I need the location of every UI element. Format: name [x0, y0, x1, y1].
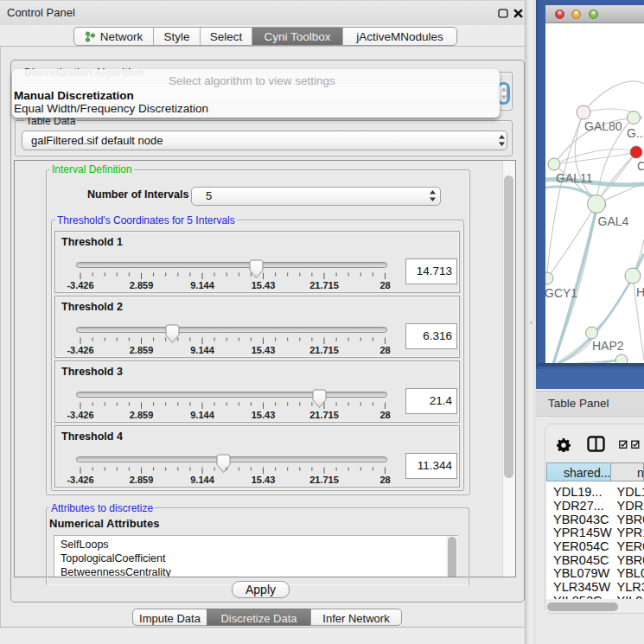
svg-text:GAL80: GAL80 [584, 119, 622, 133]
svg-text:G...: G... [627, 126, 644, 140]
svg-text:HAP2: HAP2 [592, 339, 624, 353]
svg-text:C: C [637, 159, 644, 173]
svg-text:GAL4: GAL4 [598, 214, 629, 228]
svg-text:GCY1: GCY1 [545, 286, 577, 300]
svg-text:H: H [636, 285, 644, 299]
svg-text:GAL11: GAL11 [556, 171, 593, 185]
